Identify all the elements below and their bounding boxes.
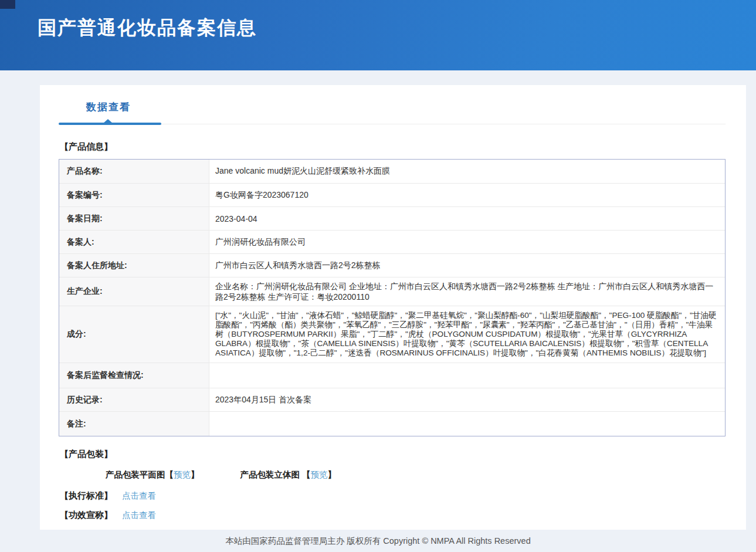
product-info-section-title: 【产品信息】 bbox=[60, 141, 726, 153]
row-value bbox=[209, 363, 725, 388]
efficacy-view-link[interactable]: 点击查看 bbox=[122, 510, 156, 520]
efficacy-section-title: 【功效宣称】 bbox=[60, 510, 113, 520]
page-title: 国产普通化妆品备案信息 bbox=[38, 15, 257, 41]
efficacy-line: 【功效宣称】 点击查看 bbox=[60, 510, 726, 521]
row-label: 备案日期: bbox=[59, 207, 209, 230]
row-label: 备案编号: bbox=[59, 184, 209, 206]
row-value: 广州润研化妆品有限公司 bbox=[209, 231, 725, 253]
row-value: 2023年04月15日 首次备案 bbox=[209, 388, 725, 411]
table-row-registrant: 备案人: 广州润研化妆品有限公司 bbox=[59, 230, 725, 253]
table-row-history: 历史记录: 2023年04月15日 首次备案 bbox=[59, 388, 725, 411]
standards-view-link[interactable]: 点击查看 bbox=[122, 491, 156, 500]
row-label: 备案人住所地址: bbox=[59, 254, 209, 277]
row-value: 广州市白云区人和镇秀水塘西一路2号2栋整栋 bbox=[209, 254, 725, 277]
standards-section-title: 【执行标准】 bbox=[60, 490, 113, 500]
copyright-text: 本站由国家药品监督管理局主办 版权所有 Copyright © NMPA All… bbox=[225, 536, 530, 547]
row-label: 备案后监督检查情况: bbox=[59, 363, 209, 388]
row-label: 产品名称: bbox=[59, 160, 209, 183]
table-row-remarks: 备注: bbox=[59, 411, 725, 436]
tab-bar: 数据查看 bbox=[59, 85, 726, 124]
packaging-flat-preview-link[interactable]: 预览 bbox=[174, 470, 191, 479]
packaging-section-title: 【产品包装】 bbox=[60, 449, 726, 460]
packaging-stereo-label: 产品包装立体图 bbox=[240, 470, 303, 479]
packaging-stereo-preview-link[interactable]: 预览 bbox=[311, 470, 328, 479]
packaging-flat-item: 产品包装平面图【预览】 bbox=[106, 470, 199, 479]
header-corner-decoration bbox=[0, 0, 15, 9]
row-value: 粤G妆网备字2023067120 bbox=[209, 184, 725, 206]
product-info-table: 产品名称: Jane volcanic mud妍泥火山泥舒缓紧致补水面膜 备案编… bbox=[59, 159, 726, 436]
bracket-open: 【 bbox=[302, 470, 311, 479]
bracket-close: 】 bbox=[328, 470, 337, 479]
bracket-open: 【 bbox=[165, 470, 174, 479]
row-label: 生产企业: bbox=[59, 277, 209, 306]
table-row-registration-number: 备案编号: 粤G妆网备字2023067120 bbox=[59, 183, 725, 206]
table-row-manufacturer: 生产企业: 企业名称：广州润研化妆品有限公司 企业地址：广州市白云区人和镇秀水塘… bbox=[59, 277, 725, 306]
row-value bbox=[209, 412, 725, 436]
table-row-ingredients: 成分: ["水"，"火山泥"，"甘油"，"液体石蜡"，"鲸蜡硬脂醇"，"聚二甲基… bbox=[59, 306, 725, 363]
bracket-close: 】 bbox=[191, 470, 199, 479]
table-row-registrant-address: 备案人住所地址: 广州市白云区人和镇秀水塘西一路2号2栋整栋 bbox=[59, 253, 725, 277]
row-value: 企业名称：广州润研化妆品有限公司 企业地址：广州市白云区人和镇秀水塘西一路2号2… bbox=[209, 277, 725, 306]
row-value: Jane volcanic mud妍泥火山泥舒缓紧致补水面膜 bbox=[209, 160, 725, 183]
header-banner: 国产普通化妆品备案信息 bbox=[0, 0, 756, 70]
page-footer: 本站由国家药品监督管理局主办 版权所有 Copyright © NMPA All… bbox=[0, 530, 756, 552]
row-value: 2023-04-04 bbox=[209, 207, 725, 230]
row-value: ["水"，"火山泥"，"甘油"，"液体石蜡"，"鲸蜡硬脂醇"，"聚二甲基硅氧烷"… bbox=[209, 306, 725, 363]
tab-data-view[interactable]: 数据查看 bbox=[86, 100, 131, 114]
tab-caret-icon bbox=[103, 119, 113, 123]
table-row-product-name: 产品名称: Jane volcanic mud妍泥火山泥舒缓紧致补水面膜 bbox=[59, 160, 725, 183]
table-row-registration-date: 备案日期: 2023-04-04 bbox=[59, 206, 725, 230]
row-label: 成分: bbox=[59, 306, 209, 363]
row-label: 备案人: bbox=[59, 231, 209, 253]
content-card: 数据查看 【产品信息】 产品名称: Jane volcanic mud妍泥火山泥… bbox=[40, 85, 746, 530]
active-tab-underline bbox=[59, 123, 161, 125]
standards-line: 【执行标准】 点击查看 bbox=[60, 490, 726, 502]
packaging-stereo-item: 产品包装立体图 【预览】 bbox=[240, 470, 337, 479]
row-label: 备注: bbox=[59, 412, 209, 436]
table-row-supervision-inspection: 备案后监督检查情况: bbox=[59, 363, 725, 388]
packaging-links-line: 产品包装平面图【预览】 产品包装立体图 【预览】 bbox=[106, 469, 726, 480]
packaging-flat-label: 产品包装平面图 bbox=[106, 470, 165, 479]
row-label: 历史记录: bbox=[59, 388, 209, 411]
